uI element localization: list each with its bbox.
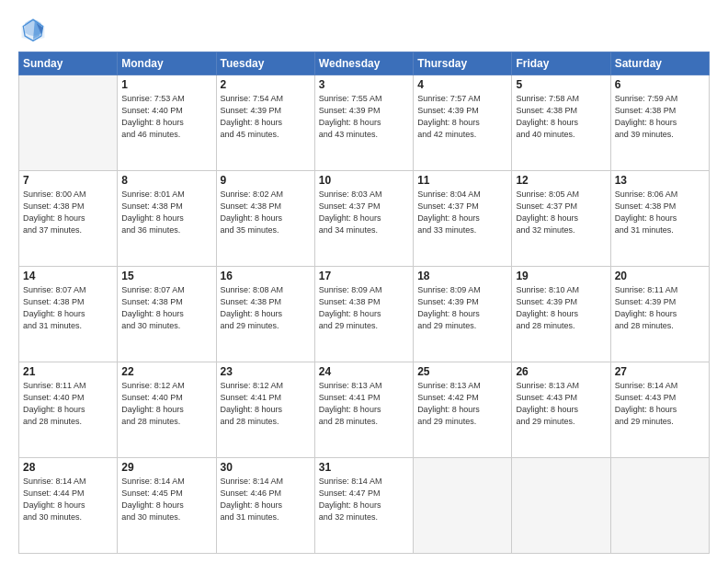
sunset-text: Sunset: 4:38 PM (221, 296, 311, 308)
day-number: 19 (516, 270, 606, 282)
sunrise-text: Sunrise: 8:14 AM (121, 476, 211, 488)
daylight-text: Daylight: 8 hoursand 31 minutes. (221, 500, 311, 523)
day-number: 27 (615, 365, 705, 378)
sunset-text: Sunset: 4:39 PM (319, 105, 409, 117)
day-info: Sunrise: 8:14 AM Sunset: 4:47 PM Dayligh… (319, 476, 409, 523)
day-info: Sunrise: 8:02 AM Sunset: 4:38 PM Dayligh… (221, 189, 311, 236)
sunset-text: Sunset: 4:37 PM (319, 201, 409, 213)
weekday-header-thursday: Thursday (414, 52, 512, 75)
daylight-text: Daylight: 8 hoursand 28 minutes. (615, 308, 705, 332)
day-info: Sunrise: 8:13 AM Sunset: 4:43 PM Dayligh… (516, 380, 606, 428)
sunrise-text: Sunrise: 8:01 AM (121, 189, 211, 201)
logo (18, 15, 51, 44)
calendar-cell: 12 Sunrise: 8:05 AM Sunset: 4:37 PM Dayl… (512, 171, 610, 267)
calendar-cell: 25 Sunrise: 8:13 AM Sunset: 4:42 PM Dayl… (414, 362, 512, 458)
calendar-cell: 14 Sunrise: 8:07 AM Sunset: 4:38 PM Dayl… (19, 267, 118, 362)
day-info: Sunrise: 8:14 AM Sunset: 4:46 PM Dayligh… (221, 476, 311, 523)
day-info: Sunrise: 8:10 AM Sunset: 4:39 PM Dayligh… (516, 284, 606, 332)
day-number: 30 (221, 461, 311, 474)
daylight-text: Daylight: 8 hoursand 28 minutes. (23, 404, 113, 428)
daylight-text: Daylight: 8 hoursand 31 minutes. (23, 308, 113, 332)
calendar-cell: 27 Sunrise: 8:14 AM Sunset: 4:43 PM Dayl… (610, 362, 709, 458)
calendar-cell: 15 Sunrise: 8:07 AM Sunset: 4:38 PM Dayl… (118, 267, 216, 362)
daylight-text: Daylight: 8 hoursand 32 minutes. (319, 500, 409, 523)
sunrise-text: Sunrise: 8:10 AM (516, 284, 606, 296)
sunset-text: Sunset: 4:37 PM (516, 201, 606, 213)
day-number: 22 (121, 365, 211, 378)
sunrise-text: Sunrise: 8:09 AM (319, 284, 409, 296)
day-info: Sunrise: 8:07 AM Sunset: 4:38 PM Dayligh… (23, 284, 113, 332)
sunset-text: Sunset: 4:38 PM (516, 105, 606, 117)
daylight-text: Daylight: 8 hoursand 29 minutes. (221, 308, 311, 332)
sunrise-text: Sunrise: 8:04 AM (417, 189, 507, 201)
day-number: 24 (319, 365, 409, 378)
calendar-cell: 3 Sunrise: 7:55 AM Sunset: 4:39 PM Dayli… (314, 75, 413, 171)
sunrise-text: Sunrise: 7:54 AM (221, 93, 311, 105)
sunset-text: Sunset: 4:38 PM (615, 105, 705, 117)
sunset-text: Sunset: 4:38 PM (23, 201, 113, 213)
daylight-text: Daylight: 8 hoursand 37 minutes. (23, 213, 113, 236)
page: SundayMondayTuesdayWednesdayThursdayFrid… (0, 0, 728, 563)
day-info: Sunrise: 7:57 AM Sunset: 4:39 PM Dayligh… (417, 93, 507, 141)
day-info: Sunrise: 7:53 AM Sunset: 4:40 PM Dayligh… (121, 93, 211, 141)
daylight-text: Daylight: 8 hoursand 34 minutes. (319, 213, 409, 236)
sunset-text: Sunset: 4:40 PM (23, 392, 113, 404)
sunset-text: Sunset: 4:46 PM (221, 488, 311, 500)
calendar-table: SundayMondayTuesdayWednesdayThursdayFrid… (18, 52, 710, 554)
calendar-cell: 24 Sunrise: 8:13 AM Sunset: 4:41 PM Dayl… (314, 362, 413, 458)
calendar-cell: 28 Sunrise: 8:14 AM Sunset: 4:44 PM Dayl… (19, 458, 118, 554)
day-number: 28 (23, 461, 113, 474)
calendar-week-1: 1 Sunrise: 7:53 AM Sunset: 4:40 PM Dayli… (19, 75, 710, 171)
day-number: 26 (516, 365, 606, 378)
calendar-cell: 18 Sunrise: 8:09 AM Sunset: 4:39 PM Dayl… (414, 267, 512, 362)
daylight-text: Daylight: 8 hoursand 30 minutes. (23, 500, 113, 523)
calendar-cell: 30 Sunrise: 8:14 AM Sunset: 4:46 PM Dayl… (216, 458, 314, 554)
sunrise-text: Sunrise: 8:13 AM (319, 380, 409, 392)
sunset-text: Sunset: 4:39 PM (417, 105, 507, 117)
sunrise-text: Sunrise: 8:13 AM (516, 380, 606, 392)
weekday-header-monday: Monday (118, 52, 216, 75)
daylight-text: Daylight: 8 hoursand 29 minutes. (615, 404, 705, 428)
daylight-text: Daylight: 8 hoursand 29 minutes. (417, 308, 507, 332)
calendar-cell: 29 Sunrise: 8:14 AM Sunset: 4:45 PM Dayl… (118, 458, 216, 554)
sunrise-text: Sunrise: 8:12 AM (121, 380, 211, 392)
daylight-text: Daylight: 8 hoursand 30 minutes. (121, 500, 211, 523)
weekday-header-wednesday: Wednesday (314, 52, 413, 75)
day-number: 8 (121, 174, 211, 187)
day-number: 6 (615, 78, 705, 91)
day-info: Sunrise: 8:08 AM Sunset: 4:38 PM Dayligh… (221, 284, 311, 332)
daylight-text: Daylight: 8 hoursand 28 minutes. (121, 404, 211, 428)
sunrise-text: Sunrise: 8:00 AM (23, 189, 113, 201)
calendar-week-3: 14 Sunrise: 8:07 AM Sunset: 4:38 PM Dayl… (19, 267, 710, 362)
day-number: 14 (23, 270, 113, 282)
sunset-text: Sunset: 4:38 PM (121, 296, 211, 308)
day-info: Sunrise: 8:05 AM Sunset: 4:37 PM Dayligh… (516, 189, 606, 236)
sunset-text: Sunset: 4:39 PM (417, 296, 507, 308)
sunset-text: Sunset: 4:47 PM (319, 488, 409, 500)
sunrise-text: Sunrise: 8:14 AM (319, 476, 409, 488)
sunrise-text: Sunrise: 8:02 AM (221, 189, 311, 201)
day-number: 10 (319, 174, 409, 187)
sunset-text: Sunset: 4:45 PM (121, 488, 211, 500)
calendar-cell: 5 Sunrise: 7:58 AM Sunset: 4:38 PM Dayli… (512, 75, 610, 171)
day-number: 21 (23, 365, 113, 378)
daylight-text: Daylight: 8 hoursand 30 minutes. (121, 308, 211, 332)
sunrise-text: Sunrise: 8:14 AM (615, 380, 705, 392)
daylight-text: Daylight: 8 hoursand 36 minutes. (121, 213, 211, 236)
day-info: Sunrise: 8:12 AM Sunset: 4:41 PM Dayligh… (221, 380, 311, 428)
calendar-cell: 10 Sunrise: 8:03 AM Sunset: 4:37 PM Dayl… (314, 171, 413, 267)
day-info: Sunrise: 7:54 AM Sunset: 4:39 PM Dayligh… (221, 93, 311, 141)
day-number: 9 (221, 174, 311, 187)
daylight-text: Daylight: 8 hoursand 46 minutes. (121, 117, 211, 141)
calendar-cell: 9 Sunrise: 8:02 AM Sunset: 4:38 PM Dayli… (216, 171, 314, 267)
sunset-text: Sunset: 4:38 PM (121, 201, 211, 213)
sunset-text: Sunset: 4:38 PM (23, 296, 113, 308)
day-info: Sunrise: 8:13 AM Sunset: 4:41 PM Dayligh… (319, 380, 409, 428)
day-info: Sunrise: 7:55 AM Sunset: 4:39 PM Dayligh… (319, 93, 409, 141)
calendar-cell: 17 Sunrise: 8:09 AM Sunset: 4:38 PM Dayl… (314, 267, 413, 362)
day-info: Sunrise: 8:04 AM Sunset: 4:37 PM Dayligh… (417, 189, 507, 236)
calendar-cell: 4 Sunrise: 7:57 AM Sunset: 4:39 PM Dayli… (414, 75, 512, 171)
sunrise-text: Sunrise: 7:53 AM (121, 93, 211, 105)
calendar-cell: 11 Sunrise: 8:04 AM Sunset: 4:37 PM Dayl… (414, 171, 512, 267)
day-number: 5 (516, 78, 606, 91)
